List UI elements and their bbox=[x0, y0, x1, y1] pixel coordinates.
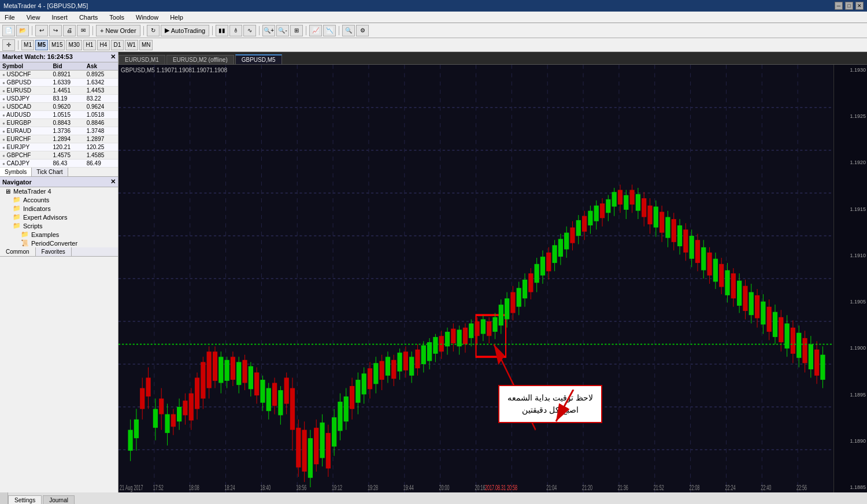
navigator-item[interactable]: 📜PeriodConverter bbox=[0, 239, 118, 247]
nav-item-label: MetaTrader 4 bbox=[13, 188, 51, 195]
svg-rect-110 bbox=[368, 368, 372, 389]
tab-tick-chart[interactable]: Tick Chart bbox=[32, 168, 68, 176]
menu-tools[interactable]: Tools bbox=[107, 13, 127, 22]
minimize-button[interactable]: ─ bbox=[835, 2, 843, 10]
indicator-btn[interactable]: 📈 bbox=[309, 25, 322, 36]
undo-btn[interactable]: ↩ bbox=[35, 25, 48, 36]
period-h1[interactable]: H1 bbox=[83, 40, 96, 50]
grid-btn[interactable]: ⊞ bbox=[290, 25, 303, 36]
market-watch-row[interactable]: ● AUDUSD 1.0515 1.0518 bbox=[0, 111, 118, 119]
new-btn[interactable]: 📄 bbox=[2, 25, 15, 36]
refresh-btn[interactable]: ↻ bbox=[147, 25, 160, 36]
maximize-button[interactable]: □ bbox=[845, 2, 853, 10]
zoom-out-btn[interactable]: 🔍- bbox=[276, 25, 289, 36]
navigator-item[interactable]: 📁Accounts bbox=[0, 195, 118, 204]
period-toolbar: ✛ M1 M5 M15 M30 H1 H4 D1 W1 MN bbox=[0, 38, 867, 52]
new-order-button[interactable]: + New Order bbox=[96, 25, 140, 36]
market-watch-row[interactable]: ● USDCHF 0.8921 0.8925 bbox=[0, 71, 118, 79]
svg-rect-108 bbox=[362, 373, 366, 394]
svg-rect-209 bbox=[659, 212, 664, 232]
navigator-item[interactable]: 📁Indicators bbox=[0, 204, 118, 213]
market-watch-row[interactable]: ● EURUSD 1.4451 1.4453 bbox=[0, 87, 118, 95]
menu-insert[interactable]: Insert bbox=[49, 13, 70, 22]
line-btn[interactable]: ∿ bbox=[243, 25, 256, 36]
svg-rect-132 bbox=[433, 337, 438, 354]
menu-help[interactable]: Help bbox=[168, 13, 186, 22]
market-watch-row[interactable]: ● EURAUD 1.3736 1.3748 bbox=[0, 127, 118, 135]
search-btn[interactable]: 🔍 bbox=[342, 25, 355, 36]
tab-symbols[interactable]: Symbols bbox=[0, 168, 32, 176]
period-m15[interactable]: M15 bbox=[49, 40, 65, 50]
period-m30[interactable]: M30 bbox=[66, 40, 81, 50]
market-watch-close[interactable]: ✕ bbox=[110, 53, 116, 61]
market-watch-row[interactable]: ● EURGBP 0.8843 0.8846 bbox=[0, 119, 118, 127]
period-h4[interactable]: H4 bbox=[97, 40, 110, 50]
svg-rect-34 bbox=[140, 388, 144, 409]
navigator-header: Navigator ✕ bbox=[0, 177, 118, 187]
email-btn[interactable]: ✉ bbox=[77, 25, 90, 36]
autotrading-button[interactable]: ▶ AutoTrading bbox=[161, 25, 210, 36]
svg-rect-74 bbox=[260, 380, 265, 403]
market-watch-row[interactable]: ● GBPCHF 1.4575 1.4585 bbox=[0, 151, 118, 160]
autotrading-label: AutoTrading bbox=[171, 27, 206, 34]
navigator-item[interactable]: 🖥MetaTrader 4 bbox=[0, 187, 118, 195]
market-watch-row[interactable]: ● EURJPY 120.21 120.25 bbox=[0, 143, 118, 151]
svg-rect-261 bbox=[814, 350, 819, 376]
market-watch-row[interactable]: ● USDJPY 83.19 83.22 bbox=[0, 95, 118, 103]
menu-window[interactable]: Window bbox=[134, 13, 161, 22]
redo-btn[interactable]: ↪ bbox=[49, 25, 62, 36]
settings-btn[interactable]: ⚙ bbox=[356, 25, 369, 36]
open-btn[interactable]: 📂 bbox=[16, 25, 29, 36]
market-watch-row[interactable]: ● USDCAD 0.9620 0.9624 bbox=[0, 103, 118, 111]
close-button[interactable]: ✕ bbox=[855, 2, 864, 10]
svg-rect-145 bbox=[469, 324, 473, 338]
period-d1[interactable]: D1 bbox=[111, 40, 124, 50]
chart-tab-eurusd-m2[interactable]: EURUSD,M2 (offline) bbox=[166, 55, 234, 64]
indicator2-btn[interactable]: 📉 bbox=[323, 25, 336, 36]
market-watch-row[interactable]: ● EURCHF 1.2894 1.2897 bbox=[0, 135, 118, 143]
navigator-item[interactable]: 📁Examples bbox=[0, 230, 118, 239]
svg-text:2017.08.31 20:58: 2017.08.31 20:58 bbox=[485, 484, 517, 492]
menu-charts[interactable]: Charts bbox=[77, 13, 100, 22]
tab-favorites[interactable]: Favorites bbox=[36, 247, 72, 256]
tab-journal[interactable]: Journal bbox=[43, 495, 75, 504]
svg-rect-48 bbox=[183, 401, 187, 415]
period-mn[interactable]: MN bbox=[139, 40, 153, 50]
svg-rect-157 bbox=[505, 298, 509, 319]
tab-settings[interactable]: Settings bbox=[8, 495, 42, 504]
period-m1[interactable]: M1 bbox=[21, 40, 34, 50]
navigator-item[interactable]: 📁Scripts bbox=[0, 221, 118, 230]
sep-p bbox=[18, 40, 18, 50]
tab-common[interactable]: Common bbox=[0, 247, 36, 256]
mw-ask: 1.4585 bbox=[84, 151, 118, 160]
window-controls: ─ □ ✕ bbox=[835, 2, 864, 10]
mw-bid: 0.8921 bbox=[50, 71, 84, 79]
chart-body[interactable]: GBPUSD,M5 1.19071.19081.19071.1908 bbox=[118, 65, 833, 492]
sep4 bbox=[212, 26, 213, 35]
market-watch-row[interactable]: ● GBPUSD 1.6339 1.6342 bbox=[0, 79, 118, 87]
svg-rect-143 bbox=[463, 328, 468, 344]
navigator-item[interactable]: 📁Expert Advisors bbox=[0, 213, 118, 221]
menu-view[interactable]: View bbox=[24, 13, 43, 22]
candle-btn[interactable]: 🕯 bbox=[229, 25, 242, 36]
svg-rect-52 bbox=[195, 377, 199, 409]
svg-rect-62 bbox=[224, 360, 229, 381]
navigator-close[interactable]: ✕ bbox=[110, 178, 116, 186]
zoom-in-btn[interactable]: 🔍+ bbox=[262, 25, 275, 36]
period-w1[interactable]: W1 bbox=[125, 40, 138, 50]
chart-tab-eurusd-m1[interactable]: EURUSD,M1 bbox=[118, 55, 165, 64]
strategy-tester-vtab[interactable]: Strategy Tester bbox=[0, 492, 8, 504]
sep2 bbox=[92, 26, 93, 35]
menu-file[interactable]: File bbox=[2, 13, 17, 22]
svg-rect-58 bbox=[213, 351, 217, 381]
bar-chart-btn[interactable]: ▮▮ bbox=[216, 25, 228, 36]
svg-rect-241 bbox=[755, 295, 759, 318]
nav-icon: 📁 bbox=[13, 213, 21, 221]
market-watch-row[interactable]: ● CADJPY 86.43 86.49 bbox=[0, 160, 118, 168]
period-m5[interactable]: M5 bbox=[35, 40, 48, 50]
crosshair-btn[interactable]: ✛ bbox=[2, 39, 15, 51]
svg-rect-151 bbox=[487, 321, 491, 336]
print-btn[interactable]: 🖨 bbox=[63, 25, 76, 36]
mw-symbol: ● GBPUSD bbox=[0, 79, 50, 87]
chart-tab-gbpusd-m5[interactable]: GBPUSD,M5 bbox=[235, 54, 282, 64]
